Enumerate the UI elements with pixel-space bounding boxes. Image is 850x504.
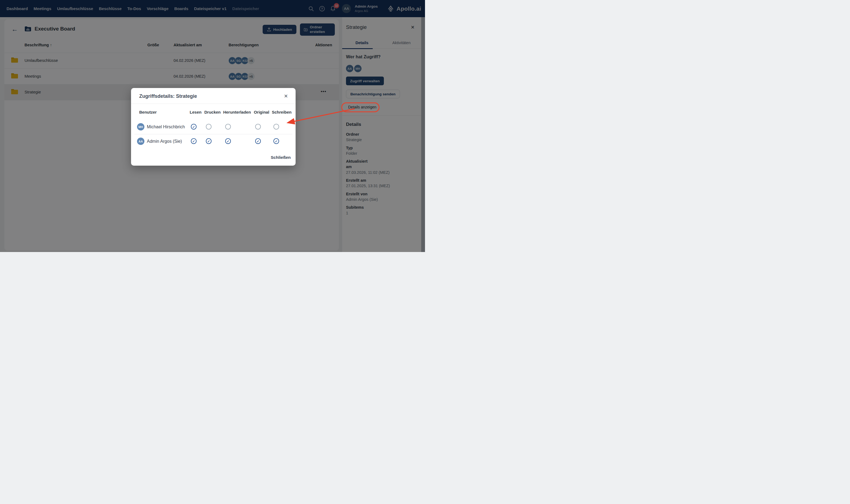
permission-checked-icon[interactable]: ✓ bbox=[191, 124, 197, 130]
dialog-close-button[interactable]: Schließen bbox=[271, 155, 291, 160]
dialog-column-lesen: Lesen bbox=[189, 110, 201, 114]
avatar: AA bbox=[137, 138, 144, 145]
dialog-column-original: Original bbox=[254, 110, 269, 114]
permission-checked-icon[interactable]: ✓ bbox=[206, 138, 212, 144]
permission-unchecked-icon[interactable]: ✓ bbox=[225, 124, 231, 130]
dialog-title: Zugriffsdetails: Strategie bbox=[139, 93, 197, 99]
dialog-close-icon[interactable]: ✕ bbox=[284, 93, 288, 99]
dialog-column-drucken: Drucken bbox=[204, 110, 221, 114]
dialog-column-herunterladen: Herunterladen bbox=[223, 110, 251, 114]
avatar: MH bbox=[137, 123, 144, 130]
user-name: Michael Hirschbrich bbox=[147, 125, 185, 129]
user-name: Admin Argos (Sie) bbox=[147, 139, 182, 144]
access-details-dialog: Zugriffsdetails: Strategie ✕ Benutzer Le… bbox=[131, 88, 295, 166]
permission-checked-icon[interactable]: ✓ bbox=[191, 138, 197, 144]
permission-checked-icon[interactable]: ✓ bbox=[255, 138, 261, 144]
dialog-column-schreiben: Schreiben bbox=[272, 110, 292, 114]
permission-unchecked-icon[interactable]: ✓ bbox=[206, 124, 212, 130]
permission-checked-icon[interactable]: ✓ bbox=[225, 138, 231, 144]
dialog-divider bbox=[131, 104, 295, 104]
permission-unchecked-icon[interactable]: ✓ bbox=[273, 124, 279, 130]
permission-checked-icon[interactable]: ✓ bbox=[273, 138, 279, 144]
dialog-column-benutzer: Benutzer bbox=[139, 110, 157, 114]
permission-unchecked-icon[interactable]: ✓ bbox=[255, 124, 261, 130]
